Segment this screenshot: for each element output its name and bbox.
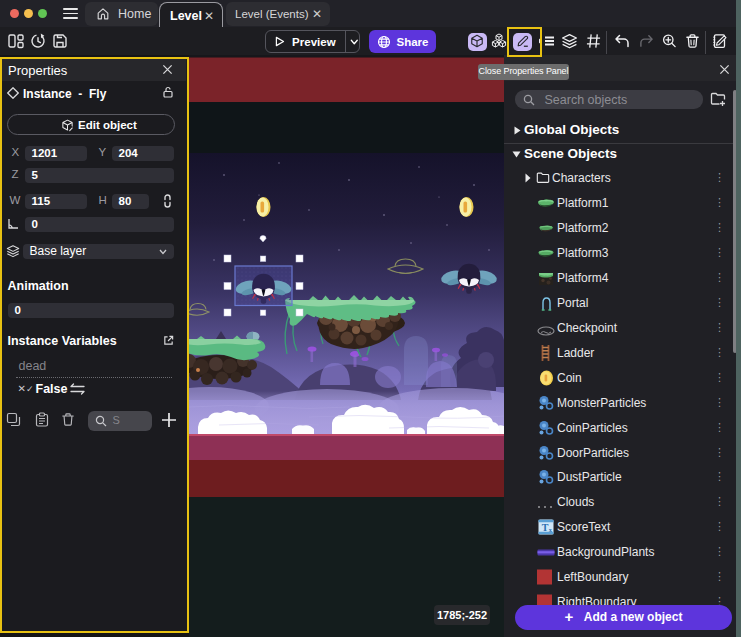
svg-text:T: T bbox=[542, 522, 549, 533]
svg-text:1785;-252: 1785;-252 bbox=[437, 609, 487, 621]
